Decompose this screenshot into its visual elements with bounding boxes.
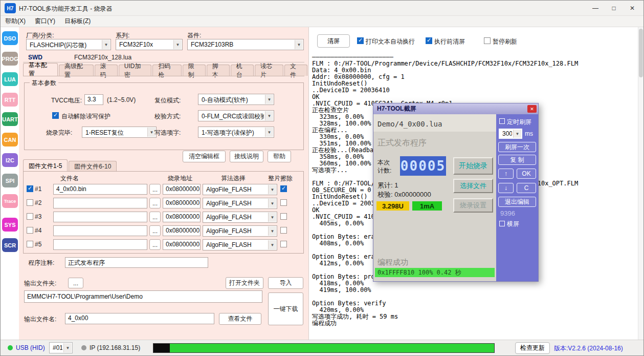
sidebar-item-i2c[interactable]: I2C	[2, 153, 18, 167]
flash-address-input[interactable]: 0x08000000	[163, 212, 201, 222]
tab-rolling-code[interactable]: 滚码	[95, 65, 118, 76]
firmware-enable-checkbox[interactable]	[27, 199, 33, 206]
clear-editor-button[interactable]: 清空编辑框	[183, 151, 226, 162]
sidebar-item-uart[interactable]: UART	[2, 112, 18, 126]
sidebar-item-sys[interactable]: SYS	[2, 218, 18, 232]
auto-wrap-checkbox[interactable]	[357, 37, 364, 44]
output-folder-browse-button[interactable]: ...	[68, 278, 83, 288]
algorithm-select[interactable]: AlgoFile_FLASH ▼	[203, 225, 277, 237]
wiring-help-button[interactable]: 接线说明	[230, 151, 263, 162]
firmware-enable-checkbox[interactable]	[27, 241, 33, 247]
chip-erase-checkbox[interactable]	[280, 227, 287, 234]
firmware-filename-input[interactable]	[53, 225, 147, 236]
close-button[interactable]: ✕	[623, 1, 641, 16]
series-select[interactable]: FCM32F10x ▼	[116, 39, 183, 50]
menu-window[interactable]: 窗口(Y)	[30, 16, 60, 27]
firmware-filename-input[interactable]	[53, 239, 147, 250]
copy-button[interactable]: 复 制	[498, 155, 536, 165]
browse-file-button[interactable]: ...	[149, 198, 161, 208]
output-folder-input[interactable]: EMMC\H7-TOOL\Programmer\User\Demo	[24, 290, 262, 303]
browse-file-button[interactable]: ...	[149, 239, 161, 250]
sidebar-item-spi[interactable]: SPI	[2, 174, 18, 187]
finish-action-select[interactable]: 1-RESET复位 ▼	[82, 127, 157, 138]
help-button[interactable]: 帮助	[268, 151, 291, 162]
flash-address-input[interactable]: 0x08000000	[163, 198, 201, 208]
flash-address-input[interactable]: 0x08000000	[163, 239, 201, 250]
firmware-filename-input[interactable]: 4_0x00.bin	[53, 184, 147, 195]
firmware-filename-input[interactable]	[53, 198, 147, 208]
arrow-up-button[interactable]: ↑	[498, 169, 514, 179]
refresh-interval-select[interactable]: 300 ▼	[499, 129, 522, 139]
scrollbar-thumb[interactable]	[639, 29, 643, 77]
browse-file-button[interactable]: ...	[149, 212, 161, 222]
tab-script[interactable]: 脚本	[207, 65, 230, 76]
sidebar-item-can[interactable]: CAN	[2, 133, 18, 146]
popup-title-bar[interactable]: H7-TOOL截屏	[373, 103, 538, 114]
clear-before-run-checkbox[interactable]	[426, 37, 432, 44]
sidebar-item-rtt[interactable]: RTT	[2, 93, 18, 107]
cancel-button[interactable]: C	[517, 183, 536, 193]
tab-basic-config[interactable]: 基本配置	[23, 63, 58, 76]
one-key-download-button[interactable]: 一键下载	[268, 292, 303, 325]
exit-edit-button[interactable]: 退出编辑	[498, 197, 536, 207]
open-folder-button[interactable]: 打开文件夹	[226, 277, 263, 289]
sidebar-item-scr[interactable]: SCR	[2, 238, 18, 252]
select-file-button[interactable]: 选择文件	[453, 179, 493, 193]
clear-screen-button[interactable]: 清屏	[317, 34, 350, 48]
flash-address-input[interactable]: 0x08000000	[163, 184, 201, 195]
part-select[interactable]: FCM32F103RB ▼	[187, 39, 304, 50]
tvcc-input[interactable]: 3.3	[84, 94, 103, 105]
chip-erase-checkbox[interactable]	[280, 199, 287, 206]
sidebar-item-trace[interactable]: Trace	[2, 194, 18, 208]
log-scrollbar[interactable]	[638, 27, 643, 340]
chip-erase-checkbox[interactable]	[280, 185, 287, 192]
landscape-checkbox[interactable]	[499, 221, 505, 226]
ok-button[interactable]: OK	[517, 169, 536, 179]
flash-address-input[interactable]: 0x08000000	[163, 225, 201, 236]
browse-file-button[interactable]: ...	[149, 184, 161, 195]
minimize-button[interactable]: —	[586, 1, 605, 16]
pause-refresh-checkbox[interactable]	[484, 37, 491, 44]
verify-mode-select[interactable]: 0-FLM_CRC或读回校验 ▼	[198, 110, 274, 121]
program-note-input[interactable]: 正式发布程序	[65, 257, 208, 268]
firmware-enable-checkbox[interactable]	[27, 227, 33, 234]
algorithm-select[interactable]: AlgoFile_FLASH ▼	[203, 212, 277, 223]
flash-settings-button[interactable]: 烧录设置	[453, 198, 493, 213]
tab-firmware-1-5[interactable]: 固件文件1-5	[23, 159, 68, 172]
tab-limit[interactable]: 限制	[183, 65, 206, 76]
refresh-once-button[interactable]: 刷屏一次	[498, 142, 536, 152]
chip-erase-checkbox[interactable]	[280, 213, 287, 220]
algorithm-select[interactable]: AlgoFile_FLASH ▼	[203, 184, 277, 195]
algorithm-select[interactable]: AlgoFile_FLASH ▼	[203, 198, 277, 209]
chip-erase-checkbox[interactable]	[280, 241, 287, 247]
tab-advanced-config[interactable]: 高级配置	[59, 65, 94, 76]
tab-machine[interactable]: 机台	[231, 65, 254, 76]
firmware-filename-input[interactable]	[53, 212, 147, 222]
port-select[interactable]: #01 ▼	[49, 342, 73, 353]
check-update-button[interactable]: 检查更新	[515, 342, 550, 354]
maximize-button[interactable]: □	[605, 1, 623, 16]
output-name-input[interactable]: 4_0x00	[65, 313, 214, 324]
menu-targetboard[interactable]: 目标板(Z)	[60, 16, 95, 27]
tab-firmware-6-10[interactable]: 固件文件6-10	[69, 161, 117, 172]
start-flash-button[interactable]: 开始烧录	[453, 157, 493, 175]
sidebar-item-dso[interactable]: DSO	[2, 31, 18, 45]
import-button[interactable]: 导入	[268, 277, 303, 289]
reset-mode-select[interactable]: 0-自动模式(软件) ▼	[198, 94, 274, 105]
view-file-button[interactable]: 查看文件	[219, 313, 261, 325]
option-byte-select[interactable]: 1-写选项字(读保护) ▼	[198, 127, 274, 138]
arrow-down-button[interactable]: ↓	[498, 183, 514, 193]
tab-file[interactable]: 文件	[284, 65, 307, 76]
menu-help[interactable]: 帮助(X)	[1, 16, 30, 27]
tab-barcode-scanner[interactable]: 扫码枪	[152, 65, 181, 76]
sidebar-item-lua[interactable]: LUA	[2, 72, 18, 86]
tab-uid-encrypt[interactable]: UID加密	[119, 65, 152, 76]
browse-file-button[interactable]: ...	[149, 225, 161, 236]
firmware-enable-checkbox[interactable]	[27, 185, 33, 192]
firmware-enable-checkbox[interactable]	[27, 213, 33, 220]
vendor-select[interactable]: FLASHCHIP(闪芯微) ▼	[26, 39, 111, 50]
algorithm-select[interactable]: AlgoFile_FLASH ▼	[203, 239, 277, 250]
sidebar-item-prog[interactable]: PROG	[2, 52, 18, 66]
auto-unprotect-checkbox[interactable]	[52, 112, 59, 119]
timer-refresh-checkbox[interactable]	[499, 118, 505, 124]
